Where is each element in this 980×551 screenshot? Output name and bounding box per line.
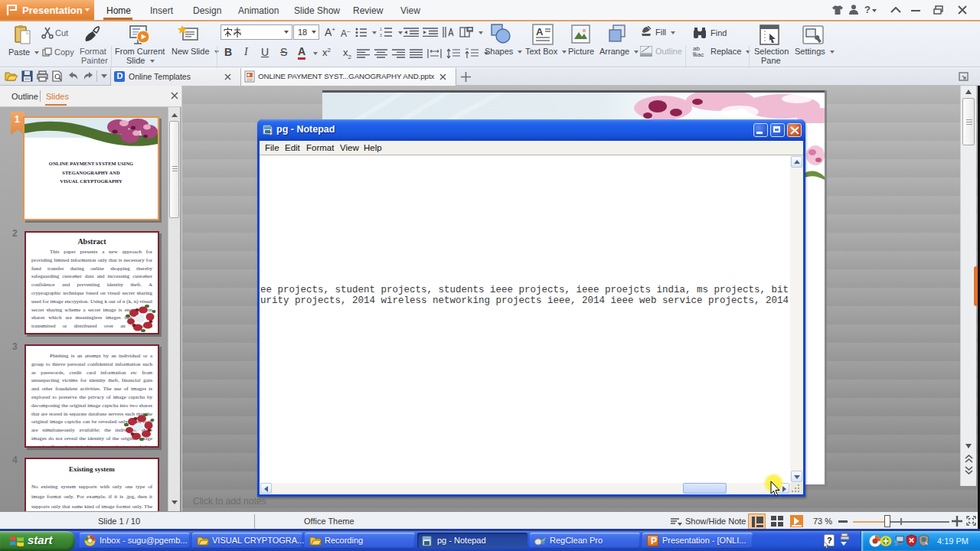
svg-text:1: 1 [380, 27, 382, 31]
svg-text:A: A [536, 26, 544, 37]
svg-text:3: 3 [380, 33, 382, 37]
